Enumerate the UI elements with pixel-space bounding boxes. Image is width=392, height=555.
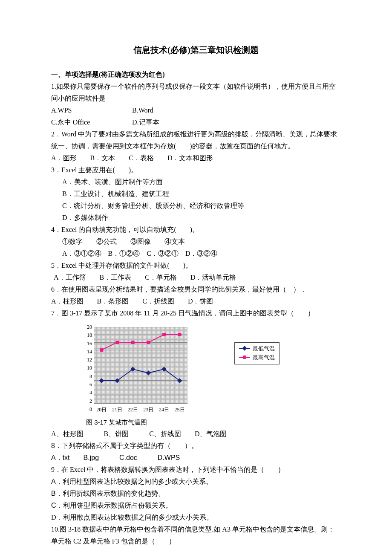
chart-svg <box>94 327 187 404</box>
q9-text: 9．在 Excel 中，将表格数据转换为图表表达时，下列述中不恰当的是（ ） <box>51 464 341 476</box>
question-9: 9．在 Excel 中，将表格数据转换为图表表达时，下列述中不恰当的是（ ） A… <box>51 464 341 523</box>
page-title: 信息技术(必修)第三章知识检测题 <box>51 43 341 58</box>
q3-opt-a: A．美术、装潢、图片制作等方面 <box>51 176 341 188</box>
svg-rect-0 <box>99 378 104 383</box>
question-5: 5．Excel 中处理并存储数据的文件叫做( )。 A．工作簿 B．工作表 C．… <box>51 260 341 283</box>
q4-line2: A．③①②④ B．①②④ C．③②① D．③②④ <box>51 248 341 260</box>
q2-options: A．图形 B．文本 C．表格 D．文本和图形 <box>51 152 341 164</box>
q7-text: 7．图 3-17 显示了某市 2008 年 11 月 20-25 日气温情况，请… <box>51 307 341 319</box>
q8-text: 8．下列存储格式不属于文字类型的有（ ）。 <box>51 440 341 452</box>
q2-text: 2．Word 中为了要对由多篇文稿所组成的板报进行更为高级的排版，分隔清晰、美观… <box>51 128 341 152</box>
question-3: 3．Excel 主要应用在( )。 A．美术、装潢、图片制作等方面 B．工业设计… <box>51 164 341 224</box>
q1-opt-b: B.Word <box>132 104 153 116</box>
svg-rect-10 <box>162 333 166 336</box>
section-heading: 一、单项选择题(将正确选项改为红色) <box>51 69 341 81</box>
temperature-chart: 20 18 16 14 12 10 8 6 4 2 0 <box>77 327 341 414</box>
svg-rect-8 <box>131 341 135 344</box>
square-icon <box>239 357 250 358</box>
q6-options: A．柱形图 B．条形图 C．折线图 D．饼图 <box>51 295 341 307</box>
q9-opt-c: C．利用饼型图表示数据所占份额关系。 <box>51 500 341 512</box>
q9-opt-d: D．利用散点图表达比较数据之间的多少或大小关系。 <box>51 512 341 523</box>
q5-options: A．工作簿 B．工作表 C．单元格 D．活动单元格 <box>51 272 341 283</box>
q3-text: 3．Excel 主要应用在( )。 <box>51 164 341 176</box>
q3-opt-b: B．工业设计、机械制造、建筑工程 <box>51 188 341 200</box>
svg-rect-3 <box>146 370 151 375</box>
question-7: 7．图 3-17 显示了某市 2008 年 11 月 20-25 日气温情况，请… <box>51 307 341 440</box>
q1-opt-c: C.永中 Office <box>51 116 132 128</box>
chart-legend: 最低气温 最高气温 <box>234 342 280 364</box>
svg-rect-9 <box>147 341 150 344</box>
legend-item: 最低气温 <box>239 344 275 353</box>
svg-rect-7 <box>115 341 119 344</box>
question-10: 10.图 3-18 数据表中的单元格中包含着不同的信息类型.如 A3 单元格中包… <box>51 523 341 547</box>
q4-text: 4．Excel 的自动填充功能，可以自动填充( )。 <box>51 224 341 236</box>
q4-line1: ①数字 ②公式 ③图像 ④文本 <box>51 236 341 248</box>
q1-text: 1.如果你只需要保存一个软件的序列号或仅保存一段文本（如软件说明书），使用方便且… <box>51 81 341 104</box>
question-2: 2．Word 中为了要对由多篇文稿所组成的板报进行更为高级的排版，分隔清晰、美观… <box>51 128 341 164</box>
q3-opt-c: C．统计分析、财务管理分析、股票分析、经济和行政管理等 <box>51 200 341 212</box>
svg-rect-11 <box>178 333 182 336</box>
legend-item: 最高气温 <box>239 353 275 362</box>
question-6: 6．在使用图表呈现分析结果时，要描述全校男女同学的比例关系，最好使用（ ）． A… <box>51 283 341 307</box>
q1-opt-a: A.WPS <box>51 104 132 116</box>
chart-caption: 图 3-17 某城市气温图 <box>86 417 341 428</box>
question-4: 4．Excel 的自动填充功能，可以自动填充( )。 ①数字 ②公式 ③图像 ④… <box>51 224 341 260</box>
svg-rect-6 <box>100 348 103 352</box>
q10-text: 10.图 3-18 数据表中的单元格中包含着不同的信息类型.如 A3 单元格中包… <box>51 523 341 547</box>
chart-y-axis: 20 18 16 14 12 10 8 6 4 2 0 <box>77 327 92 414</box>
q1-opt-d: D.记事本 <box>132 116 159 128</box>
q3-opt-d: D．多媒体制作 <box>51 212 341 224</box>
q9-opt-a: A．利用柱型图表达比较数据之间的多少或大小关系。 <box>51 476 341 488</box>
q8-options: A．txt B.jpg C.doc D.WPS <box>51 452 341 464</box>
question-8: 8．下列存储格式不属于文字类型的有（ ）。 A．txt B.jpg C.doc … <box>51 440 341 464</box>
q5-text: 5．Excel 中处理并存储数据的文件叫做( )。 <box>51 260 341 272</box>
q9-opt-b: B．利用折线图表示数据的变化趋势。 <box>51 488 341 500</box>
q6-text: 6．在使用图表呈现分析结果时，要描述全校男女同学的比例关系，最好使用（ ）． <box>51 283 341 295</box>
chart-x-axis: 20日 21日 22日 23日 24日 25日 <box>94 405 187 414</box>
diamond-icon <box>239 348 250 349</box>
q7-options: A、柱形图 B、饼图 C、折线图 D、气泡图 <box>51 428 341 440</box>
question-1: 1.如果你只需要保存一个软件的序列号或仅保存一段文本（如软件说明书），使用方便且… <box>51 81 341 128</box>
chart-plot-area <box>94 327 187 404</box>
